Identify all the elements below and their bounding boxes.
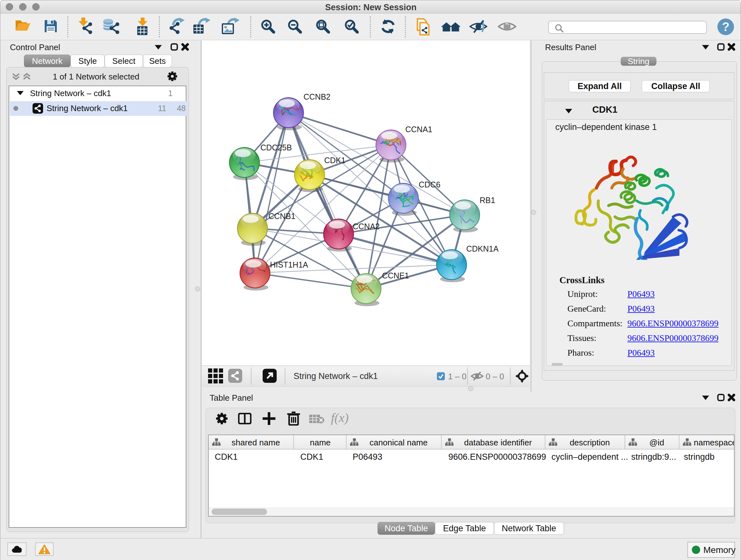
svg-text:CDC6: CDC6: [419, 180, 441, 189]
svg-text:CCNB1: CCNB1: [268, 212, 295, 221]
svg-text:CDKN1A: CDKN1A: [466, 244, 499, 253]
svg-text:CDC25B: CDC25B: [260, 143, 292, 152]
svg-text:HIST1H1A: HIST1H1A: [270, 260, 308, 269]
svg-text:CCNA1: CCNA1: [405, 125, 432, 134]
svg-text:?: ?: [722, 20, 729, 34]
svg-text:CCNB2: CCNB2: [304, 92, 331, 101]
svg-text:CDK1: CDK1: [324, 156, 346, 165]
svg-text:CCNA2: CCNA2: [353, 222, 380, 231]
svg-text:CCNE1: CCNE1: [382, 271, 409, 280]
svg-text:RB1: RB1: [480, 196, 495, 205]
